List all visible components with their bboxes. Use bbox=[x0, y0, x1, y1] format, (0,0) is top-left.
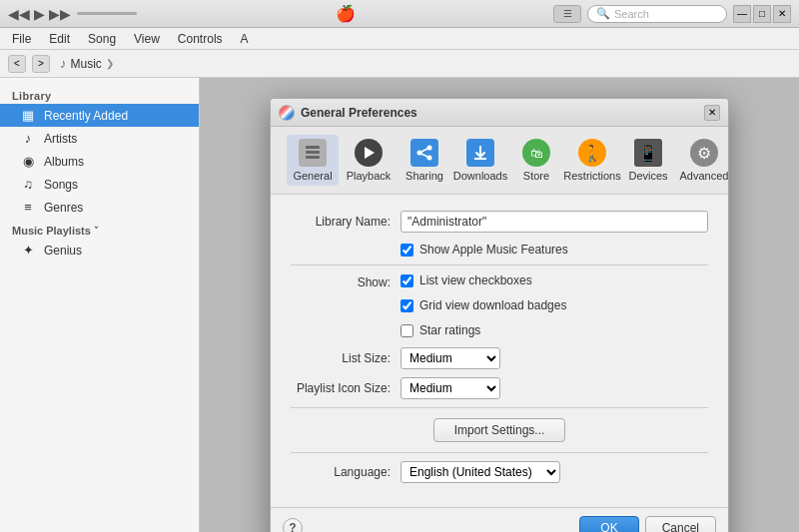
general-toolbar-icon bbox=[299, 139, 327, 167]
gridview-label[interactable]: Grid view download badges bbox=[419, 298, 566, 312]
sidebar-item-label-recently-added: Recently Added bbox=[44, 109, 128, 123]
language-select[interactable]: English (United States) Français Deutsch… bbox=[400, 461, 560, 483]
sidebar-item-label-genres: Genres bbox=[44, 201, 83, 215]
menu-more[interactable]: A bbox=[233, 30, 257, 48]
toolbar-general-label: General bbox=[293, 170, 332, 182]
sidebar-item-albums[interactable]: ◉ Albums bbox=[0, 150, 199, 173]
dialog-footer: ? OK Cancel bbox=[271, 507, 728, 532]
toolbar-store[interactable]: 🛍 Store bbox=[510, 135, 562, 186]
show-section-row: Show: List view checkboxes Grid view dow… bbox=[291, 273, 708, 343]
starratings-label[interactable]: Star ratings bbox=[419, 323, 480, 337]
menu-bar: File Edit Song View Controls A bbox=[0, 28, 799, 50]
show-apple-music-label[interactable]: Show Apple Music Features bbox=[419, 243, 568, 257]
starratings-checkbox[interactable] bbox=[400, 324, 413, 337]
modal-overlay: General Preferences ✕ bbox=[200, 78, 799, 532]
playlists-section[interactable]: Music Playlists ˅ bbox=[0, 219, 199, 239]
albums-icon: ◉ bbox=[20, 154, 36, 169]
playlists-chevron-icon: ˅ bbox=[94, 226, 99, 236]
general-preferences-dialog: General Preferences ✕ bbox=[270, 98, 729, 532]
genres-icon: ≡ bbox=[20, 200, 36, 215]
menu-file[interactable]: File bbox=[4, 30, 39, 48]
toolbar-devices-label: Devices bbox=[628, 170, 667, 182]
sidebar-item-genius[interactable]: ✦ Genius bbox=[0, 239, 199, 262]
sidebar: Library ▦ Recently Added ♪ Artists ◉ Alb… bbox=[0, 78, 200, 532]
win-minimize[interactable]: — bbox=[733, 5, 751, 23]
list-size-label: List Size: bbox=[291, 351, 400, 365]
devices-toolbar-icon: 📱 bbox=[634, 139, 662, 167]
transport-controls: ◀◀ ▶ ▶▶ bbox=[8, 6, 71, 22]
toolbar-advanced[interactable]: ⚙ Advanced bbox=[678, 135, 730, 186]
dialog-body: Library Name: Show Apple Music Features … bbox=[271, 195, 728, 507]
help-button[interactable]: ? bbox=[283, 518, 303, 532]
win-maximize[interactable]: □ bbox=[753, 5, 771, 23]
toolbar-advanced-label: Advanced bbox=[680, 170, 729, 182]
ok-button[interactable]: OK bbox=[579, 516, 638, 532]
starratings-row: Star ratings bbox=[400, 323, 566, 337]
svg-line-7 bbox=[419, 153, 429, 158]
show-apple-music-checkbox[interactable] bbox=[400, 244, 413, 257]
win-close[interactable]: ✕ bbox=[773, 5, 791, 23]
nav-forward[interactable]: > bbox=[32, 55, 50, 73]
divider-1 bbox=[291, 265, 708, 266]
window-controls: ◀◀ ▶ ▶▶ bbox=[8, 6, 137, 22]
nav-back[interactable]: < bbox=[8, 55, 26, 73]
store-toolbar-icon: 🛍 bbox=[522, 139, 550, 167]
menu-view[interactable]: View bbox=[126, 30, 168, 48]
library-name-input[interactable] bbox=[400, 211, 708, 233]
toolbar-store-label: Store bbox=[523, 170, 549, 182]
sidebar-item-artists[interactable]: ♪ Artists bbox=[0, 127, 199, 150]
library-name-row: Library Name: bbox=[291, 211, 708, 233]
advanced-toolbar-icon: ⚙ bbox=[690, 139, 718, 167]
language-row: Language: English (United States) França… bbox=[291, 461, 708, 483]
music-note-icon: ♪ bbox=[60, 56, 67, 71]
toolbar-sharing[interactable]: Sharing bbox=[399, 135, 450, 186]
play-btn[interactable]: ▶ bbox=[34, 6, 45, 22]
title-bar-right: ☰ 🔍 Search — □ ✕ bbox=[553, 5, 791, 23]
volume-slider[interactable] bbox=[77, 12, 137, 15]
search-box[interactable]: 🔍 Search bbox=[587, 5, 727, 23]
dialog-close-button[interactable]: ✕ bbox=[704, 105, 720, 121]
cancel-button[interactable]: Cancel bbox=[645, 516, 716, 532]
sidebar-item-label-albums: Albums bbox=[44, 155, 84, 169]
apple-logo: 🍎 bbox=[336, 4, 356, 23]
toolbar-general[interactable]: General bbox=[287, 135, 339, 186]
show-label: Show: bbox=[291, 273, 400, 289]
listview-row: List view checkboxes bbox=[400, 273, 566, 287]
list-view-btn[interactable]: ☰ bbox=[553, 5, 581, 23]
language-label: Language: bbox=[291, 465, 400, 479]
sidebar-item-genres[interactable]: ≡ Genres bbox=[0, 196, 199, 219]
menu-edit[interactable]: Edit bbox=[41, 30, 78, 48]
sharing-toolbar-icon bbox=[410, 139, 438, 167]
win-controls: — □ ✕ bbox=[733, 5, 791, 23]
playlists-label: Music Playlists bbox=[12, 225, 91, 237]
playlist-icon-size-select[interactable]: Small Medium Large bbox=[400, 377, 500, 399]
forward-btn[interactable]: ▶▶ bbox=[49, 6, 71, 22]
gridview-checkbox[interactable] bbox=[400, 299, 413, 312]
menu-song[interactable]: Song bbox=[80, 30, 124, 48]
list-size-select[interactable]: Small Medium Large bbox=[400, 347, 500, 369]
listview-checkbox[interactable] bbox=[400, 274, 413, 287]
divider-2 bbox=[291, 407, 708, 408]
svg-rect-1 bbox=[306, 151, 320, 154]
toolbar-downloads-label: Downloads bbox=[453, 170, 507, 182]
toolbar-devices[interactable]: 📱 Devices bbox=[622, 135, 674, 186]
nav-chevron-icon: ❯ bbox=[106, 58, 114, 69]
sidebar-item-recently-added[interactable]: ▦ Recently Added bbox=[0, 104, 199, 127]
recently-added-icon: ▦ bbox=[20, 108, 36, 123]
import-settings-button[interactable]: Import Settings... bbox=[433, 418, 566, 442]
library-name-label: Library Name: bbox=[291, 215, 400, 229]
sidebar-item-songs[interactable]: ♫ Songs bbox=[0, 173, 199, 196]
main-content: General Preferences ✕ bbox=[200, 78, 799, 532]
sidebar-item-label-genius: Genius bbox=[44, 244, 82, 258]
toolbar-downloads[interactable]: Downloads bbox=[454, 135, 506, 186]
back-btn[interactable]: ◀◀ bbox=[8, 6, 30, 22]
playback-toolbar-icon bbox=[355, 139, 383, 167]
itunes-icon bbox=[279, 105, 295, 121]
listview-label[interactable]: List view checkboxes bbox=[419, 273, 532, 287]
menu-controls[interactable]: Controls bbox=[170, 30, 231, 48]
toolbar-playback[interactable]: Playback bbox=[343, 135, 395, 186]
sidebar-item-label-songs: Songs bbox=[44, 178, 78, 192]
toolbar-restrictions[interactable]: 🚶 Restrictions bbox=[566, 135, 618, 186]
show-apple-music-row: Show Apple Music Features bbox=[400, 243, 708, 257]
toolbar-playback-label: Playback bbox=[347, 170, 392, 182]
